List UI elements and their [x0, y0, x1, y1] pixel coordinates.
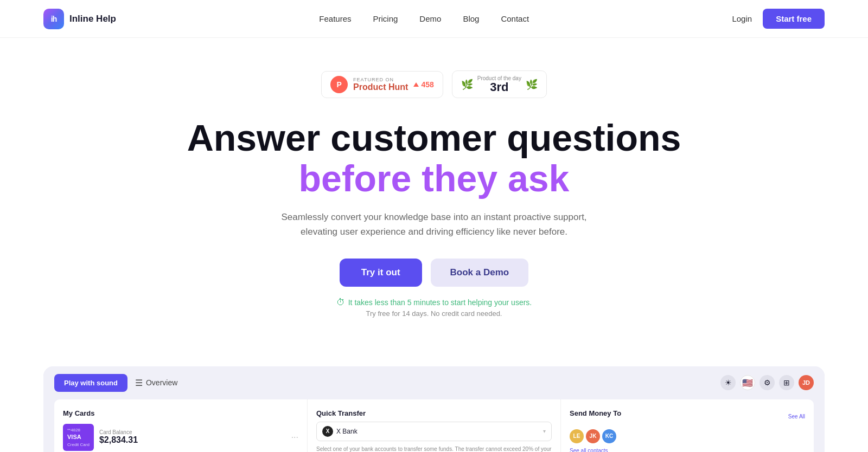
play-with-sound-button[interactable]: Play with sound [54, 374, 127, 392]
bank-x-icon: X [322, 426, 333, 437]
nav-features[interactable]: Features [319, 14, 351, 23]
ph-icon: P [330, 76, 348, 93]
flag-icon[interactable]: 🇺🇸 [740, 375, 755, 390]
logo-text: Inline Help [69, 14, 116, 24]
nav-links: Features Pricing Demo Blog Contact [319, 14, 529, 23]
nav-demo[interactable]: Demo [419, 14, 441, 23]
laurel-right-icon: 🌿 [526, 79, 538, 91]
mini-card: **4828 VISA Credit Card [63, 424, 94, 451]
logo-icon: ih [43, 9, 64, 29]
nav-pricing[interactable]: Pricing [373, 14, 398, 23]
clock-icon: ⏱ [336, 298, 345, 307]
demo-icons: ☀ 🇺🇸 ⚙ ⊞ JD [720, 375, 814, 390]
hero-heading-line1: Answer customer questions [187, 117, 681, 158]
nav-contact[interactable]: Contact [501, 14, 529, 23]
avatar-1[interactable]: LE [570, 429, 584, 443]
upvote-triangle-icon [413, 82, 419, 87]
bank-select-mid[interactable]: X X Bank ▾ [316, 422, 552, 441]
nav-blog[interactable]: Blog [463, 14, 479, 23]
hero-note-sub: Try free for 14 days. No credit card nee… [366, 309, 502, 318]
hero-section: P FEATURED ON Product Hunt 458 🌿 Product… [0, 38, 868, 339]
overview-label: ☰ Overview [135, 378, 177, 388]
start-free-button[interactable]: Start free [763, 9, 825, 29]
avatars-row: LE JK KC [570, 429, 805, 443]
ph-featured-label: FEATURED ON [353, 77, 394, 82]
hero-heading-line2: before they ask [299, 158, 570, 199]
hero-note-highlight: It takes less than 5 minutes to start he… [348, 298, 532, 307]
book-demo-button[interactable]: Book a Demo [431, 259, 529, 287]
ph-name: Product Hunt [353, 82, 408, 92]
hero-note: ⏱ It takes less than 5 minutes to start … [11, 298, 857, 318]
sun-icon[interactable]: ☀ [720, 375, 736, 390]
quick-transfer-panel: Quick Transfer X X Bank ▾ Select one of … [308, 399, 561, 452]
pod-rank: 3rd [477, 81, 521, 93]
ph-upvote: 458 [413, 80, 433, 89]
see-all-link[interactable]: See All [788, 414, 805, 419]
navbar: ih Inline Help Features Pricing Demo Blo… [0, 0, 868, 38]
quick-transfer-title: Quick Transfer [316, 409, 552, 417]
logo[interactable]: ih Inline Help [43, 9, 116, 29]
hero-subtext: Seamlessly convert your knowledge base i… [277, 210, 591, 239]
laurel-left-icon: 🌿 [461, 79, 473, 91]
card-row: **4828 VISA Credit Card Card Balance $2,… [63, 424, 298, 451]
try-it-out-button[interactable]: Try it out [340, 259, 422, 287]
send-money-panel: Send Money To See All LE JK KC See all c… [561, 399, 814, 452]
avatar-2[interactable]: JK [586, 429, 600, 443]
my-cards-panel: My Cards **4828 VISA Credit Card Card Ba… [54, 399, 308, 452]
grid-icon[interactable]: ⊞ [779, 375, 794, 390]
avatar-3[interactable]: KC [602, 429, 616, 443]
settings-icon[interactable]: ⚙ [760, 375, 775, 390]
card-more-button[interactable]: ··· [291, 432, 298, 442]
demo-toolbar: Play with sound ☰ Overview ☀ 🇺🇸 ⚙ ⊞ JD [43, 366, 825, 399]
product-of-day-badge: 🌿 Product of the day 3rd 🌿 [452, 70, 547, 98]
demo-wrapper: Play with sound ☰ Overview ☀ 🇺🇸 ⚙ ⊞ JD M… [43, 366, 825, 452]
badge-row: P FEATURED ON Product Hunt 458 🌿 Product… [11, 70, 857, 98]
hero-heading: Answer customer questions before they as… [11, 118, 857, 199]
see-contacts-link[interactable]: See all contacts [570, 448, 805, 452]
chevron-down-icon: ▾ [543, 428, 546, 434]
product-hunt-badge[interactable]: P FEATURED ON Product Hunt 458 [321, 71, 443, 98]
menu-icon: ☰ [135, 378, 143, 388]
hero-cta-buttons: Try it out Book a Demo [11, 259, 857, 287]
ph-vote-count: 458 [421, 80, 433, 89]
send-money-title: Send Money To [570, 409, 621, 417]
transfer-note: Select one of your bank accounts to tran… [316, 445, 552, 452]
demo-content: My Cards **4828 VISA Credit Card Card Ba… [54, 399, 814, 452]
my-cards-title: My Cards [63, 409, 298, 417]
avatar-icon[interactable]: JD [799, 375, 814, 390]
demo-section: Play with sound ☰ Overview ☀ 🇺🇸 ⚙ ⊞ JD M… [43, 366, 825, 452]
nav-actions: Login Start free [732, 9, 825, 29]
login-button[interactable]: Login [732, 14, 752, 23]
